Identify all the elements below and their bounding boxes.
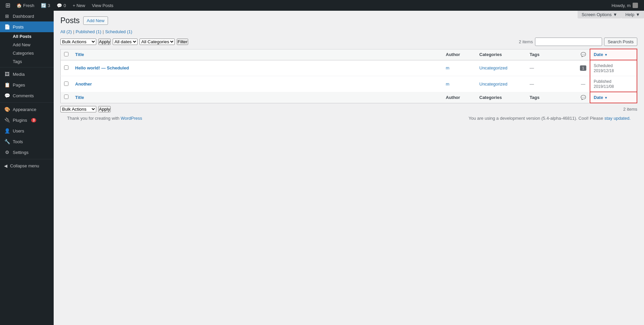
row1-author-cell: m	[442, 60, 476, 76]
sort-date-footer[interactable]: Date ▼	[594, 95, 608, 100]
table-row: Hello world! — Scheduled m Uncategorized…	[61, 60, 637, 76]
row1-title-link[interactable]: Hello world! — Scheduled	[75, 65, 129, 70]
filter-left: Bulk ActionsEditMove to Trash Apply All …	[60, 39, 188, 45]
filter-button[interactable]: Filter	[177, 39, 188, 45]
row2-author-link[interactable]: m	[446, 82, 449, 87]
bulk-actions-bottom-select[interactable]: Bulk ActionsEditMove to Trash	[60, 106, 96, 112]
collapse-menu-button[interactable]: ◀ Collapse menu	[0, 161, 54, 171]
add-new-button[interactable]: Add New	[83, 16, 108, 25]
sidebar-item-plugins[interactable]: 🔌 Plugins 3	[0, 115, 54, 125]
row1-tags-cell: —	[526, 60, 577, 76]
search-input[interactable]	[535, 38, 602, 46]
row2-checkbox-cell	[61, 76, 72, 92]
select-all-checkbox[interactable]	[64, 52, 68, 56]
comments-column-icon: 💬	[581, 52, 586, 57]
all-categories-select[interactable]: All Categories	[140, 39, 175, 45]
sort-date[interactable]: Date ▼	[594, 52, 608, 57]
tools-icon: 🔧	[4, 139, 10, 144]
adminbar-comments[interactable]: 💬 0	[53, 0, 69, 11]
filter-published[interactable]: Published (1)	[75, 29, 101, 34]
row2-date-status: Published	[594, 79, 611, 84]
help-button[interactable]: Help ▼	[621, 11, 644, 18]
adminbar-site-name[interactable]: 🏠 Fresh	[13, 0, 38, 11]
sidebar-item-media[interactable]: 🖼 Media	[0, 69, 54, 79]
th-date: Date ▼	[590, 49, 637, 60]
filter-all[interactable]: All (2)	[60, 29, 72, 34]
items-count-top: 2 items	[519, 39, 533, 44]
filter-sep-1: |	[73, 29, 74, 34]
row1-date-status: Scheduled	[594, 63, 613, 68]
sidebar-item-dashboard[interactable]: ⊞ Dashboard	[0, 11, 54, 21]
apply-bottom-button[interactable]: Apply	[98, 106, 111, 112]
table-header: Title Author Categories Tags	[61, 49, 637, 60]
row2-date-value: 2019/11/08	[594, 84, 614, 89]
main-wrap: ⊞ Dashboard 📄 Posts All Posts Add New Ca…	[0, 11, 644, 325]
sidebar-subitem-all-posts[interactable]: All Posts	[0, 32, 54, 41]
table-footer-row: Title Author Categories Tags	[61, 92, 637, 103]
row2-checkbox[interactable]	[64, 82, 68, 86]
row2-author-cell: m	[442, 76, 476, 92]
plugins-badge: 3	[31, 118, 37, 122]
row1-checkbox[interactable]	[64, 65, 68, 70]
select-all-footer-col	[61, 92, 72, 103]
sidebar-item-tools[interactable]: 🔧 Tools	[0, 136, 54, 147]
table-footer: Title Author Categories Tags	[61, 92, 637, 103]
screen-options-button[interactable]: Screen Options ▼	[578, 11, 621, 18]
sidebar-subitem-tags[interactable]: Tags	[0, 57, 54, 66]
appearance-icon: 🎨	[4, 107, 10, 112]
sort-title[interactable]: Title	[75, 52, 84, 57]
wordpress-link[interactable]: WordPress	[121, 116, 142, 121]
screen-meta-links: Screen Options ▼ Help ▼	[578, 11, 644, 18]
sidebar-item-settings[interactable]: ⚙ Settings	[0, 147, 54, 158]
sort-desc-icon: ▼	[604, 53, 608, 57]
avatar	[633, 3, 638, 8]
main-content: Posts Add New All (2) | Published (1) | …	[54, 11, 644, 325]
footer-left: Thank you for creating with WordPress	[67, 116, 142, 121]
stay-updated-link[interactable]: stay updated.	[604, 116, 631, 121]
users-icon: 👤	[4, 128, 10, 133]
adminbar-view-posts[interactable]: View Posts	[89, 0, 117, 11]
row2-title-cell: Another	[72, 76, 442, 92]
menu-divider-3	[0, 159, 54, 159]
wp-footer: Thank you for creating with WordPress Yo…	[60, 112, 637, 124]
admin-bar: ⊞ 🏠 Fresh 🔄 3 💬 0 + New View Posts Howdy…	[0, 0, 644, 11]
th-title: Title	[72, 49, 442, 60]
th-comments: 💬	[577, 49, 590, 60]
row1-checkbox-cell	[61, 60, 72, 76]
tfoot-title: Title	[72, 92, 442, 103]
sidebar-subitem-add-new[interactable]: Add New	[0, 41, 54, 49]
select-all-footer-checkbox[interactable]	[64, 95, 68, 99]
tfoot-tags: Tags	[526, 92, 577, 103]
row1-categories-cell: Uncategorized	[476, 60, 526, 76]
sidebar-item-comments[interactable]: 💬 Comments	[0, 90, 54, 101]
row1-category-link[interactable]: Uncategorized	[479, 65, 507, 70]
posts-icon: 📄	[4, 24, 10, 30]
sort-title-footer[interactable]: Title	[75, 95, 84, 100]
all-dates-select[interactable]: All dates	[113, 39, 138, 45]
collapse-icon: ◀	[4, 163, 7, 168]
sidebar-item-users[interactable]: 👤 Users	[0, 125, 54, 136]
sidebar-subitem-categories[interactable]: Categories	[0, 49, 54, 57]
search-posts-button[interactable]: Search Posts	[604, 38, 637, 46]
filter-scheduled[interactable]: Scheduled (1)	[105, 29, 132, 34]
settings-icon: ⚙	[4, 150, 10, 155]
row1-comment-count[interactable]: 1	[580, 65, 586, 71]
row2-comments-cell: —	[577, 76, 590, 92]
filter-right: 2 items Search Posts	[519, 38, 637, 46]
tfoot-author: Author	[442, 92, 476, 103]
row1-author-link[interactable]: m	[446, 65, 449, 70]
wp-logo-icon[interactable]: ⊞	[3, 0, 13, 11]
sidebar-item-posts[interactable]: 📄 Posts	[0, 21, 54, 32]
adminbar-howdy[interactable]: Howdy, m	[608, 3, 641, 8]
row2-title-link[interactable]: Another	[75, 82, 92, 87]
apply-top-button[interactable]: Apply	[98, 39, 111, 45]
adminbar-updates[interactable]: 🔄 3	[38, 0, 53, 11]
adminbar-new[interactable]: + New	[69, 0, 89, 11]
bulk-actions-top-select[interactable]: Bulk ActionsEditMove to Trash	[60, 39, 96, 45]
sidebar-item-appearance[interactable]: 🎨 Appearance	[0, 104, 54, 115]
th-tags: Tags	[526, 49, 577, 60]
row2-categories-cell: Uncategorized	[476, 76, 526, 92]
row2-category-link[interactable]: Uncategorized	[479, 82, 507, 87]
sidebar-item-pages[interactable]: 📋 Pages	[0, 79, 54, 90]
chevron-down-icon: ▼	[613, 12, 618, 17]
